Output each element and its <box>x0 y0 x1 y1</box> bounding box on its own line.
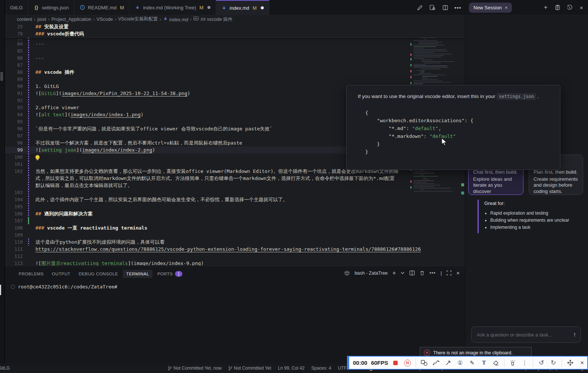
eraser-tool-icon[interactable] <box>492 359 500 367</box>
pen-tool-icon[interactable]: ✎ <box>468 359 476 367</box>
send-arrow-icon[interactable]: ↑ <box>573 331 576 338</box>
kill-terminal-icon[interactable] <box>420 270 425 276</box>
text-tool-icon[interactable]: T <box>480 359 488 367</box>
line-number: 106 <box>5 210 23 217</box>
redo-tool-icon[interactable]: ↻ <box>550 359 557 367</box>
code-line-85[interactable]: 85 <box>5 47 465 54</box>
freehand-tool-icon[interactable] <box>432 359 440 367</box>
code-line-88[interactable]: 88## vscode 插件 <box>5 69 465 76</box>
undo-tool-icon[interactable]: ↺ <box>538 359 545 367</box>
gutter-change-marker <box>28 38 29 40</box>
info-icon <box>79 5 85 10</box>
code-line-89[interactable]: 89 <box>5 76 465 83</box>
breadcrumb-item[interactable]: abc## vscode 插件 <box>193 16 232 23</box>
line-number: 111 <box>5 246 23 253</box>
line-text: `但是有一个非常严重的问题，就是说如果安装了office viewer 会导致v… <box>35 125 272 132</box>
session-tab[interactable]: New Session × <box>469 3 512 13</box>
breadcrumb-item[interactable]: content <box>17 17 32 22</box>
new-session-plus-icon[interactable]: + <box>542 4 549 11</box>
shapes-tool-icon[interactable] <box>420 359 428 367</box>
arrow-tool-icon[interactable] <box>444 359 452 367</box>
code-line-106[interactable]: 106## 遇到的问题和解决方案 <box>5 210 465 217</box>
breadcrumb-item[interactable]: index.md <box>163 16 188 22</box>
code-line-105[interactable]: 105 <box>5 203 465 210</box>
breadcrumb[interactable]: content›post›Project_Application›VScode›… <box>5 15 465 23</box>
code-line-84[interactable]: 84--- <box>5 40 465 47</box>
chat-input[interactable] <box>476 332 573 338</box>
close-tool-icon[interactable]: × <box>578 359 586 367</box>
close-panel-icon[interactable]: × <box>578 4 585 11</box>
pause-tool-icon[interactable] <box>404 359 411 367</box>
chat-input-box[interactable]: ↑ <box>471 326 581 343</box>
split-terminal-icon[interactable] <box>409 270 415 276</box>
new-terminal-icon[interactable]: + <box>392 270 396 276</box>
code-line-110[interactable]: 110这个是由于python扩展找不到虚拟环境的问题，具体可以看 <box>5 238 465 246</box>
task-list-icon[interactable] <box>554 4 561 11</box>
session-close-icon[interactable]: × <box>505 5 508 10</box>
line-number: 89 <box>5 76 23 83</box>
panel-tab-terminal[interactable]: TERMINAL <box>123 270 152 278</box>
terminal-profile-icon[interactable] <box>344 270 350 276</box>
lightbulb-icon[interactable] <box>35 155 40 159</box>
panel-tab-ports[interactable]: PORTS1 <box>154 269 186 279</box>
gutter-change-marker <box>28 97 29 104</box>
breadcrumb-item[interactable]: Project_Application <box>51 17 91 22</box>
breadcrumb-item[interactable]: VScode <box>97 17 113 22</box>
tab-gitlg[interactable]: GitLG <box>5 0 28 15</box>
breadcrumb-separator: › <box>48 17 50 22</box>
panel-tab-problems[interactable]: PROBLEMS <box>15 270 47 278</box>
breadcrumb-item[interactable]: VScode安装和配置 <box>118 16 157 22</box>
tab-readme-md[interactable]: README.mdM <box>74 0 129 15</box>
code-line-25[interactable]: 25## 安装及设置 <box>5 23 465 30</box>
code-line-wrap[interactable]: 默认编辑器，最后点击文本编辑器就可以了。 <box>5 182 465 189</box>
code-line-83[interactable]: 83 <box>5 38 465 40</box>
terminal-more-icon[interactable]: ••• <box>429 270 436 276</box>
dirty-dot <box>261 6 264 9</box>
stop-tool-icon[interactable] <box>392 359 399 367</box>
panel-tab-debug-console[interactable]: DEBUG CONSOLE <box>75 270 122 278</box>
close-panel-icon[interactable]: × <box>456 270 460 276</box>
tab-index-md[interactable]: index.mdM <box>216 0 269 15</box>
counter-tool-icon[interactable]: ① <box>456 359 464 367</box>
panel-tab-output[interactable]: OUTPUT <box>49 270 74 278</box>
gutter-change-marker <box>28 210 29 217</box>
code-line-86[interactable]: 86--- <box>5 54 465 61</box>
code-line-78[interactable]: 78### vscode折叠代码 <box>5 30 465 37</box>
gutter-change-marker <box>28 90 29 97</box>
tab-index-md-working-tree-[interactable]: index.md (Working Tree)M <box>129 0 216 15</box>
maximize-panel-icon[interactable] <box>447 270 451 276</box>
code-line-104[interactable]: 104此外，这个插件内嵌了一个主题，所以安装之后界面的颜色可能会发生变化，不必惊… <box>5 196 465 203</box>
history-icon[interactable] <box>566 4 573 11</box>
breadcrumb-item[interactable]: post <box>37 17 46 22</box>
spotlight-tool-icon[interactable] <box>509 359 516 367</box>
code-line-107[interactable]: 107 <box>5 217 465 224</box>
statusbar-item[interactable]: Not Committed Yet <box>228 366 271 371</box>
breadcrumb-separator: › <box>34 17 35 22</box>
terminal-prompt[interactable]: root@ce4322c051c6:/codes/ZataTree# <box>11 284 117 290</box>
code-line-wrap[interactable]: 式，所以安装之后，可以取消对markdown文件的默认开启方式。方法很简单，只需… <box>5 175 465 182</box>
open-preview-icon[interactable] <box>429 4 436 11</box>
sticky-scroll-headers[interactable]: 25## 安装及设置78### vscode折叠代码 <box>5 23 465 38</box>
move-tool-icon[interactable] <box>566 359 574 367</box>
edit-pencil-icon[interactable] <box>416 4 423 11</box>
more-actions-icon[interactable]: ••• <box>454 4 461 11</box>
great-for-title: Great for: <box>484 200 569 206</box>
split-editor-icon[interactable] <box>442 4 448 11</box>
statusbar-item[interactable]: Not Committed Yet, now <box>168 366 222 371</box>
code-line-108[interactable]: 108### vscode 一直 reactivatiing terminals <box>5 224 465 231</box>
terminal-profile-dropdown-icon[interactable] <box>401 270 404 276</box>
tab-settings-json[interactable]: {}settings.json <box>28 0 74 15</box>
code-line-113[interactable]: 113![图片显示reactivatiing terminals](image/… <box>5 260 465 266</box>
code-line-112[interactable]: 112 <box>5 253 465 260</box>
more-tool-icon[interactable]: ⋮ <box>521 359 528 367</box>
statusbar-item[interactable]: Ln 99, Col 42 <box>278 366 304 371</box>
modified-badge: M <box>253 5 257 11</box>
code-line-87[interactable]: 87 <box>5 61 465 69</box>
line-text: 不过我发现一个解决方案，就是改下配置，然后不要用ctrl+v粘贴，而是用鼠标右键… <box>35 139 242 146</box>
code-line-109[interactable]: 109 <box>5 231 465 238</box>
card-title: Chat first, then build. <box>473 169 519 176</box>
code-line-103[interactable]: 103 <box>5 189 465 196</box>
statusbar-gitlg[interactable]: GitLG <box>0 366 10 371</box>
code-line-111[interactable]: 111https://stackoverflow.com/questions/7… <box>5 246 465 253</box>
statusbar-item[interactable]: Spaces: 4 <box>311 366 331 371</box>
